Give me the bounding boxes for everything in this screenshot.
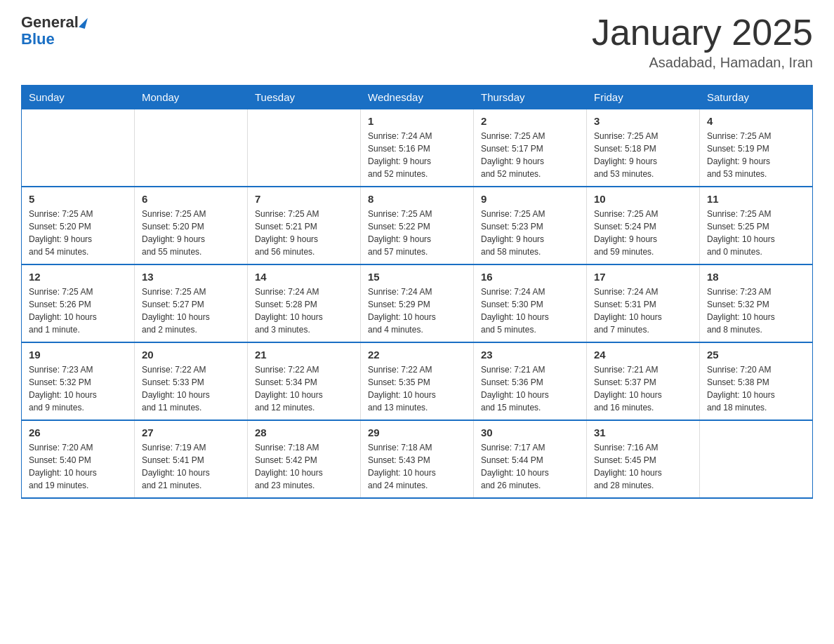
logo-general-text: General	[21, 14, 79, 31]
calendar-cell	[248, 109, 361, 187]
day-number: 26	[29, 427, 127, 438]
day-info: Sunrise: 7:25 AMSunset: 5:19 PMDaylight:…	[707, 130, 805, 180]
day-info: Sunrise: 7:25 AMSunset: 5:17 PMDaylight:…	[481, 130, 579, 180]
calendar-cell: 29Sunrise: 7:18 AMSunset: 5:43 PMDayligh…	[361, 420, 474, 498]
calendar-cell: 10Sunrise: 7:25 AMSunset: 5:24 PMDayligh…	[587, 187, 700, 264]
day-info: Sunrise: 7:18 AMSunset: 5:43 PMDaylight:…	[368, 441, 466, 492]
calendar-cell: 24Sunrise: 7:21 AMSunset: 5:37 PMDayligh…	[587, 342, 700, 420]
calendar-cell: 16Sunrise: 7:24 AMSunset: 5:30 PMDayligh…	[474, 264, 587, 342]
day-number: 1	[368, 115, 466, 127]
day-number: 15	[368, 271, 466, 283]
day-info: Sunrise: 7:25 AMSunset: 5:18 PMDaylight:…	[594, 130, 692, 180]
day-number: 12	[29, 271, 127, 283]
day-number: 20	[142, 349, 240, 361]
day-info: Sunrise: 7:21 AMSunset: 5:36 PMDaylight:…	[481, 363, 579, 414]
header-day-friday: Friday	[587, 86, 700, 109]
calendar-cell: 30Sunrise: 7:17 AMSunset: 5:44 PMDayligh…	[474, 420, 587, 498]
page-header: General Blue January 2025 Asadabad, Hama…	[21, 14, 813, 71]
day-info: Sunrise: 7:22 AMSunset: 5:33 PMDaylight:…	[142, 363, 240, 414]
day-info: Sunrise: 7:23 AMSunset: 5:32 PMDaylight:…	[29, 363, 127, 414]
calendar-cell: 20Sunrise: 7:22 AMSunset: 5:33 PMDayligh…	[135, 342, 248, 420]
day-number: 9	[481, 193, 579, 205]
day-info: Sunrise: 7:22 AMSunset: 5:35 PMDaylight:…	[368, 363, 466, 414]
day-info: Sunrise: 7:19 AMSunset: 5:41 PMDaylight:…	[142, 441, 240, 492]
day-number: 10	[594, 193, 692, 205]
day-number: 31	[594, 427, 692, 438]
day-number: 13	[142, 271, 240, 283]
day-number: 6	[142, 193, 240, 205]
header-day-wednesday: Wednesday	[361, 86, 474, 109]
header-day-monday: Monday	[135, 86, 248, 109]
day-number: 8	[368, 193, 466, 205]
month-title: January 2025	[592, 14, 813, 51]
calendar-cell: 27Sunrise: 7:19 AMSunset: 5:41 PMDayligh…	[135, 420, 248, 498]
day-info: Sunrise: 7:16 AMSunset: 5:45 PMDaylight:…	[594, 441, 692, 492]
day-info: Sunrise: 7:25 AMSunset: 5:24 PMDaylight:…	[594, 208, 692, 258]
calendar-cell: 4Sunrise: 7:25 AMSunset: 5:19 PMDaylight…	[700, 109, 813, 187]
day-info: Sunrise: 7:18 AMSunset: 5:42 PMDaylight:…	[255, 441, 353, 492]
calendar-cell: 18Sunrise: 7:23 AMSunset: 5:32 PMDayligh…	[700, 264, 813, 342]
logo-triangle-icon	[79, 16, 88, 29]
day-info: Sunrise: 7:20 AMSunset: 5:40 PMDaylight:…	[29, 441, 127, 492]
day-info: Sunrise: 7:21 AMSunset: 5:37 PMDaylight:…	[594, 363, 692, 414]
calendar-cell: 28Sunrise: 7:18 AMSunset: 5:42 PMDayligh…	[248, 420, 361, 498]
day-number: 28	[255, 427, 353, 438]
day-info: Sunrise: 7:24 AMSunset: 5:29 PMDaylight:…	[368, 286, 466, 336]
day-number: 14	[255, 271, 353, 283]
calendar-cell: 21Sunrise: 7:22 AMSunset: 5:34 PMDayligh…	[248, 342, 361, 420]
calendar-cell: 6Sunrise: 7:25 AMSunset: 5:20 PMDaylight…	[135, 187, 248, 264]
day-info: Sunrise: 7:22 AMSunset: 5:34 PMDaylight:…	[255, 363, 353, 414]
header-row: SundayMondayTuesdayWednesdayThursdayFrid…	[22, 86, 813, 109]
day-number: 4	[707, 115, 805, 127]
day-number: 30	[481, 427, 579, 438]
logo-blue-text: Blue	[21, 31, 86, 48]
location-text: Asadabad, Hamadan, Iran	[592, 55, 813, 71]
day-info: Sunrise: 7:20 AMSunset: 5:38 PMDaylight:…	[707, 363, 805, 414]
calendar-cell: 22Sunrise: 7:22 AMSunset: 5:35 PMDayligh…	[361, 342, 474, 420]
day-number: 17	[594, 271, 692, 283]
week-row-1: 1Sunrise: 7:24 AMSunset: 5:16 PMDaylight…	[22, 109, 813, 187]
header-day-thursday: Thursday	[474, 86, 587, 109]
day-info: Sunrise: 7:24 AMSunset: 5:16 PMDaylight:…	[368, 130, 466, 180]
day-info: Sunrise: 7:17 AMSunset: 5:44 PMDaylight:…	[481, 441, 579, 492]
title-area: January 2025 Asadabad, Hamadan, Iran	[592, 14, 813, 71]
calendar-cell	[700, 420, 813, 498]
day-number: 5	[29, 193, 127, 205]
calendar-cell: 9Sunrise: 7:25 AMSunset: 5:23 PMDaylight…	[474, 187, 587, 264]
calendar-table: SundayMondayTuesdayWednesdayThursdayFrid…	[21, 85, 813, 499]
day-number: 3	[594, 115, 692, 127]
day-info: Sunrise: 7:25 AMSunset: 5:21 PMDaylight:…	[255, 208, 353, 258]
day-number: 21	[255, 349, 353, 361]
calendar-cell: 11Sunrise: 7:25 AMSunset: 5:25 PMDayligh…	[700, 187, 813, 264]
day-number: 16	[481, 271, 579, 283]
day-info: Sunrise: 7:25 AMSunset: 5:22 PMDaylight:…	[368, 208, 466, 258]
calendar-cell	[22, 109, 135, 187]
calendar-cell: 31Sunrise: 7:16 AMSunset: 5:45 PMDayligh…	[587, 420, 700, 498]
header-day-tuesday: Tuesday	[248, 86, 361, 109]
calendar-cell: 8Sunrise: 7:25 AMSunset: 5:22 PMDaylight…	[361, 187, 474, 264]
day-info: Sunrise: 7:23 AMSunset: 5:32 PMDaylight:…	[707, 286, 805, 336]
header-day-sunday: Sunday	[22, 86, 135, 109]
day-info: Sunrise: 7:25 AMSunset: 5:23 PMDaylight:…	[481, 208, 579, 258]
week-row-5: 26Sunrise: 7:20 AMSunset: 5:40 PMDayligh…	[22, 420, 813, 498]
calendar-cell: 1Sunrise: 7:24 AMSunset: 5:16 PMDaylight…	[361, 109, 474, 187]
day-info: Sunrise: 7:25 AMSunset: 5:26 PMDaylight:…	[29, 286, 127, 336]
day-number: 29	[368, 427, 466, 438]
calendar-cell	[135, 109, 248, 187]
week-row-4: 19Sunrise: 7:23 AMSunset: 5:32 PMDayligh…	[22, 342, 813, 420]
calendar-cell: 7Sunrise: 7:25 AMSunset: 5:21 PMDaylight…	[248, 187, 361, 264]
day-number: 27	[142, 427, 240, 438]
calendar-cell: 25Sunrise: 7:20 AMSunset: 5:38 PMDayligh…	[700, 342, 813, 420]
day-info: Sunrise: 7:24 AMSunset: 5:30 PMDaylight:…	[481, 286, 579, 336]
day-number: 23	[481, 349, 579, 361]
header-day-saturday: Saturday	[700, 86, 813, 109]
day-number: 19	[29, 349, 127, 361]
calendar-cell: 23Sunrise: 7:21 AMSunset: 5:36 PMDayligh…	[474, 342, 587, 420]
day-number: 25	[707, 349, 805, 361]
calendar-cell: 3Sunrise: 7:25 AMSunset: 5:18 PMDaylight…	[587, 109, 700, 187]
calendar-cell: 13Sunrise: 7:25 AMSunset: 5:27 PMDayligh…	[135, 264, 248, 342]
week-row-2: 5Sunrise: 7:25 AMSunset: 5:20 PMDaylight…	[22, 187, 813, 264]
calendar-cell: 19Sunrise: 7:23 AMSunset: 5:32 PMDayligh…	[22, 342, 135, 420]
day-info: Sunrise: 7:25 AMSunset: 5:20 PMDaylight:…	[29, 208, 127, 258]
calendar-cell: 2Sunrise: 7:25 AMSunset: 5:17 PMDaylight…	[474, 109, 587, 187]
